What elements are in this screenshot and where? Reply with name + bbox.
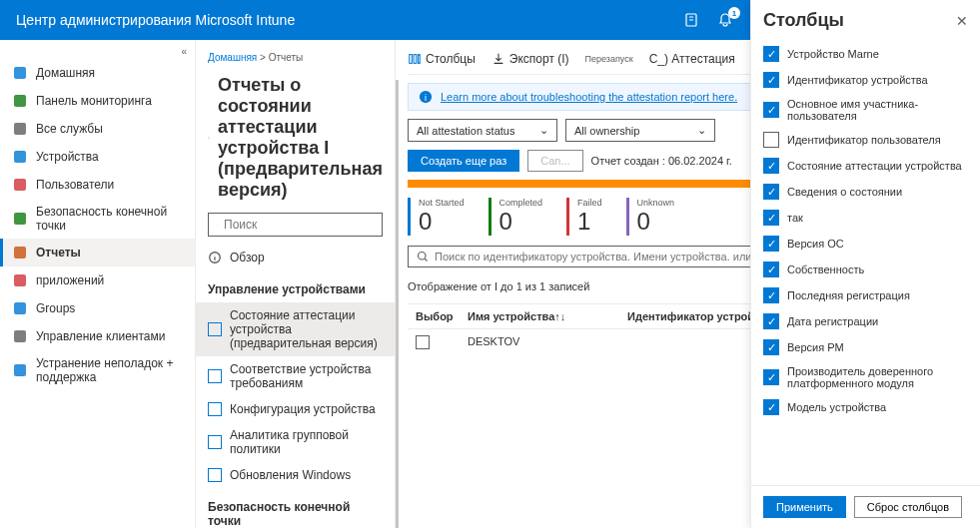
- svg-rect-14: [208, 137, 209, 139]
- column-option[interactable]: ✓Производитель доверенного платформенног…: [763, 360, 968, 394]
- svg-rect-13: [14, 364, 26, 376]
- checkbox[interactable]: ✓: [763, 369, 779, 385]
- support-icon: [12, 362, 28, 378]
- checkbox[interactable]: [763, 132, 779, 148]
- stat-completed: Completed0: [489, 198, 543, 236]
- subnav-item[interactable]: Обновления Windows: [196, 462, 395, 488]
- showing-label: Отображение от I до 1 из 1 записей: [408, 280, 589, 292]
- sidebar-item-security[interactable]: Безопасность конечной точки: [0, 199, 195, 239]
- sidebar-item-groups[interactable]: Groups: [0, 294, 195, 322]
- sidebar-item-home[interactable]: Домашняя: [0, 59, 195, 87]
- download-icon: [491, 52, 505, 66]
- sidebar-item-tenant[interactable]: Управление клиентами: [0, 322, 195, 350]
- subnav-group-title: Управление устройствами: [196, 270, 395, 302]
- promote-icon[interactable]: [682, 11, 700, 29]
- subnav-item[interactable]: Соответствие устройства требованиям: [196, 356, 395, 396]
- svg-rect-5: [14, 123, 26, 135]
- svg-rect-7: [14, 179, 26, 191]
- column-option[interactable]: ✓Дата регистрации: [763, 308, 968, 334]
- column-option[interactable]: ✓Состояние аттестации устройства: [763, 153, 968, 179]
- sidebar-item-devices[interactable]: Устройства: [0, 143, 195, 171]
- sub-sidebar: Домашняя > Отчеты Отчеты о состоянии атт…: [196, 40, 396, 528]
- create-button[interactable]: Создать еще раз: [408, 150, 519, 172]
- column-option[interactable]: ✓Собственность: [763, 257, 968, 282]
- sidebar-item-reports[interactable]: Отчеты: [0, 239, 195, 266]
- checkbox[interactable]: ✓: [763, 339, 779, 355]
- sub-search-input[interactable]: [224, 218, 374, 232]
- col-select-header[interactable]: Выбор: [408, 310, 468, 322]
- devices-icon: [12, 149, 28, 165]
- column-option[interactable]: ✓Идентификатор устройства: [763, 67, 968, 93]
- sidebar-item-users[interactable]: Пользователи: [0, 171, 195, 199]
- column-option[interactable]: Идентификатор пользователя: [763, 127, 968, 153]
- column-option[interactable]: ✓Основное имя участника-пользователя: [763, 93, 968, 127]
- svg-rect-11: [14, 302, 26, 314]
- info-link[interactable]: Learn more about troubleshooting the att…: [441, 91, 737, 103]
- home-icon: [12, 65, 28, 81]
- tenant-icon: [12, 328, 28, 344]
- subnav-item[interactable]: Состояние аттестации устройства (предвар…: [196, 302, 395, 356]
- ownership-filter[interactable]: All ownership⌄: [565, 119, 715, 142]
- column-option[interactable]: ✓так: [763, 205, 968, 231]
- attestation-button[interactable]: С_) Аттестация: [649, 52, 735, 66]
- app-title: Центр администрирования Microsoft Intune: [16, 12, 682, 28]
- checkbox[interactable]: ✓: [763, 399, 779, 415]
- breadcrumb-current: Отчеты: [269, 52, 304, 63]
- checkbox[interactable]: ✓: [763, 72, 779, 88]
- cancel-button[interactable]: Can...: [527, 150, 582, 172]
- row-checkbox[interactable]: [416, 335, 430, 349]
- report-icon: [208, 402, 222, 416]
- column-option[interactable]: ✓Модель устройства: [763, 394, 968, 420]
- checkbox[interactable]: ✓: [763, 184, 779, 200]
- stat-not-started: Not Started0: [408, 198, 465, 236]
- users-icon: [12, 177, 28, 193]
- columns-button[interactable]: Столбцы: [408, 52, 476, 66]
- close-icon[interactable]: ✕: [956, 13, 968, 29]
- col-name-header[interactable]: Имя устройства↑↓: [468, 310, 627, 322]
- column-option[interactable]: ✓Версия РМ: [763, 334, 968, 360]
- notification-icon[interactable]: 1: [716, 11, 734, 29]
- column-option[interactable]: ✓Версия ОС: [763, 231, 968, 257]
- collapse-sidebar[interactable]: «: [0, 44, 195, 59]
- column-option[interactable]: ✓Сведения о состоянии: [763, 179, 968, 205]
- svg-rect-17: [410, 55, 413, 64]
- export-button[interactable]: Экспорт (I): [491, 52, 569, 66]
- checkbox[interactable]: ✓: [763, 313, 779, 329]
- sidebar-item-list[interactable]: Все службы: [0, 115, 195, 143]
- notification-badge: 1: [728, 7, 740, 19]
- svg-rect-12: [14, 330, 26, 342]
- checkbox[interactable]: ✓: [763, 46, 779, 62]
- scroll-track[interactable]: [396, 80, 399, 528]
- columns-icon: [408, 52, 422, 66]
- reset-button[interactable]: Сброс столбцов: [854, 496, 962, 518]
- svg-rect-6: [14, 151, 26, 163]
- checkbox[interactable]: ✓: [763, 287, 779, 303]
- sidebar-item-apps[interactable]: приложений: [0, 266, 195, 294]
- report-icon: [208, 322, 222, 336]
- subnav-group-title: Безопасность конечной точки: [196, 488, 395, 528]
- subnav-item[interactable]: Конфигурация устройства: [196, 396, 395, 422]
- reports-icon: [12, 245, 28, 261]
- sidebar-item-dashboard[interactable]: Панель мониторинга: [0, 87, 195, 115]
- sub-search[interactable]: [208, 213, 383, 237]
- checkbox[interactable]: ✓: [763, 262, 779, 277]
- overview-link[interactable]: Обзор: [196, 245, 395, 270]
- sidebar-item-support[interactable]: Устранение неполадок + поддержка: [0, 350, 195, 390]
- checkbox[interactable]: ✓: [763, 210, 779, 226]
- status-filter[interactable]: All attestation status⌄: [408, 119, 557, 142]
- svg-point-22: [419, 253, 427, 261]
- checkbox[interactable]: ✓: [763, 236, 779, 252]
- subnav-item[interactable]: Аналитика групповой политики: [196, 422, 395, 462]
- stat-failed: Failed1: [566, 198, 602, 236]
- column-option[interactable]: ✓Последняя регистрация: [763, 282, 968, 308]
- columns-panel: Столбцы ✕ ✓Устройство Marne✓Идентификато…: [750, 0, 980, 528]
- checkbox[interactable]: ✓: [763, 158, 779, 174]
- apply-button[interactable]: Применить: [763, 496, 846, 518]
- chevron-down-icon: ⌄: [697, 124, 706, 137]
- checkbox[interactable]: ✓: [763, 102, 779, 118]
- sidebar: « ДомашняяПанель мониторингаВсе службыУс…: [0, 40, 196, 528]
- column-option[interactable]: ✓Устройство Marne: [763, 41, 968, 67]
- breadcrumb: Домашняя > Отчеты: [196, 48, 395, 67]
- info-icon: i: [419, 90, 433, 104]
- breadcrumb-home[interactable]: Домашняя: [208, 52, 257, 63]
